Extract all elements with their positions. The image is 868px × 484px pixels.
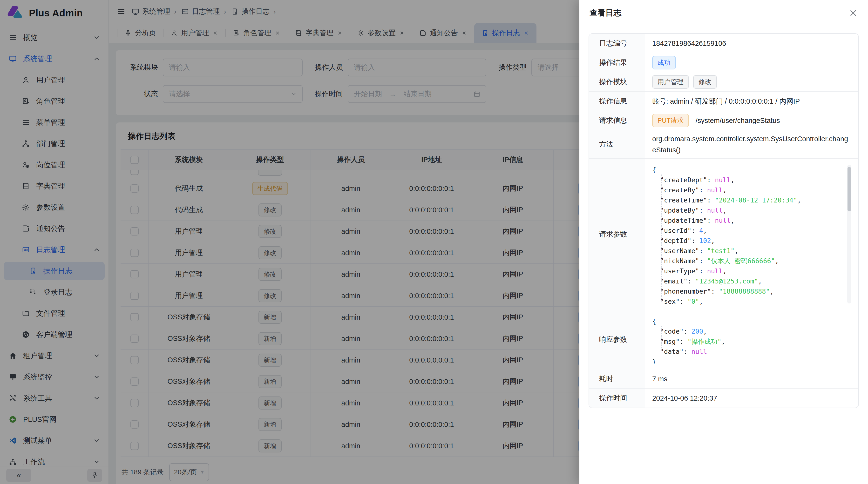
field-label: 操作信息: [589, 92, 645, 110]
field-label: 日志编号: [589, 34, 645, 53]
app-root: Plus Admin 概览 系统管理: [0, 0, 868, 484]
result-tag: 成功: [652, 56, 676, 69]
request-url-value: /system/user/changeStatus: [695, 115, 780, 126]
field-label: 耗时: [589, 369, 645, 388]
field-label: 操作时间: [589, 389, 645, 408]
indent-guide: [661, 174, 662, 301]
log-id-value: 1842781986426159106: [645, 34, 858, 53]
drawer-header: 查看日志: [579, 0, 868, 26]
field-label: 请求信息: [589, 111, 645, 130]
operation-time-value: 2024-10-06 12:20:37: [645, 389, 858, 408]
operation-info-value: 账号: admin / 研发部门 / 0:0:0:0:0:0:0:1 / 内网I…: [645, 92, 858, 110]
field-label: 操作结果: [589, 53, 645, 72]
http-method-tag: PUT请求: [652, 114, 689, 127]
field-label: 响应参数: [589, 310, 645, 369]
indent-guide: [661, 326, 662, 351]
log-detail-drawer: 查看日志 日志编号 1842781986426159106 操作结果 成功 操作…: [579, 0, 868, 484]
close-icon[interactable]: [849, 8, 858, 18]
module-tag: 用户管理: [652, 75, 689, 89]
log-detail-table: 日志编号 1842781986426159106 操作结果 成功 操作模块 用户…: [589, 33, 859, 408]
duration-value: 7 ms: [645, 369, 858, 388]
field-label: 方法: [589, 130, 645, 158]
method-value: org.dromara.system.controller.system.Sys…: [645, 130, 858, 158]
field-label: 操作模块: [589, 72, 645, 91]
scrollbar-thumb[interactable]: [847, 167, 851, 212]
field-label: 请求参数: [589, 159, 645, 310]
request-params-json: { "createDept": null, "createBy": null, …: [652, 163, 851, 305]
drawer-title: 查看日志: [590, 7, 621, 18]
module-tag: 修改: [693, 75, 717, 89]
response-params-json: { "code": 200, "msg": "操作成功", "data": nu…: [652, 315, 851, 364]
